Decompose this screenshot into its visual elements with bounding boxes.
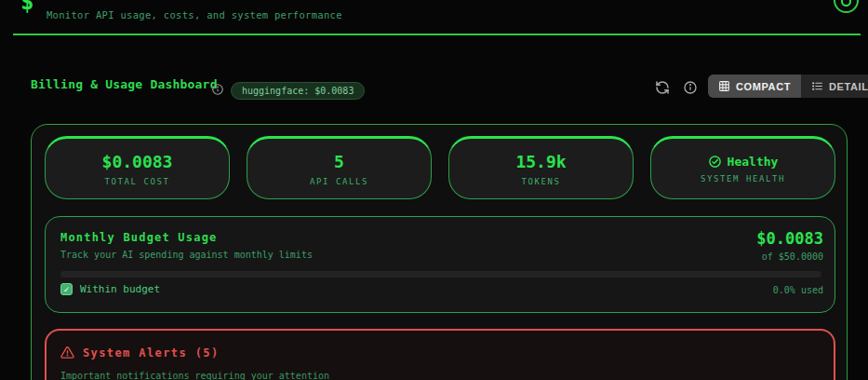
stat-value: $0.0083 (102, 152, 173, 171)
stats-row: $0.0083 TOTAL COST 5 API CALLS 15.9k TOK… (45, 136, 835, 199)
stat-card-tokens: 15.9k TOKENS (448, 136, 634, 199)
budget-description: Track your AI spending against monthly l… (60, 250, 313, 260)
stat-value: 5 (334, 152, 344, 171)
title-info-icon[interactable] (211, 83, 224, 96)
detailed-view-label: DETAILED (829, 81, 868, 92)
within-budget-checkbox[interactable]: ✓ (60, 283, 73, 295)
header-status-button[interactable] (834, 0, 859, 13)
detailed-view-button[interactable]: DETAILED (801, 75, 868, 98)
within-budget-label: Within budget (80, 283, 160, 295)
provider-cost-badge: huggingface: $0.0083 (231, 82, 365, 100)
stat-label: API CALLS (310, 177, 368, 186)
budget-limit: of $50.0000 (762, 251, 823, 262)
budget-percent-used: 0.0% used (773, 285, 823, 295)
page-title: Billing & Usage Dashboard (31, 77, 218, 91)
header-subtitle: Monitor API usage, costs, and system per… (47, 9, 342, 20)
compact-view-button[interactable]: COMPACT (708, 75, 801, 98)
check-circle-icon (708, 155, 722, 169)
compact-view-label: COMPACT (736, 81, 791, 92)
stat-card-system-health: Healthy SYSTEM HEALTH (650, 136, 835, 199)
status-ring-icon (841, 0, 851, 7)
stat-card-total-cost: $0.0083 TOTAL COST (45, 136, 230, 199)
monthly-budget-card: Monthly Budget Usage Track your AI spend… (45, 216, 835, 313)
toolbar-info-icon[interactable] (683, 80, 698, 95)
stat-label: TOTAL COST (104, 177, 169, 186)
grid-icon (718, 80, 730, 92)
dashboard-panel: $0.0083 TOTAL COST 5 API CALLS 15.9k TOK… (31, 124, 848, 380)
list-icon (811, 80, 823, 92)
header-divider (13, 34, 861, 35)
system-alerts-card: System Alerts (5) Important notification… (45, 329, 835, 380)
budget-title: Monthly Budget Usage (60, 231, 218, 244)
view-mode-toggle: COMPACT DETAILED (708, 75, 868, 98)
stat-value: 15.9k (515, 152, 566, 171)
app-logo-dollar-icon: $ (20, 0, 33, 15)
alerts-title: System Alerts (5) (83, 346, 220, 360)
stat-label: SYSTEM HEALTH (701, 174, 785, 183)
stat-card-api-calls: 5 API CALLS (247, 136, 432, 199)
budget-amount: $0.0083 (756, 229, 823, 248)
alerts-description: Important notifications requiring your a… (60, 371, 329, 380)
stat-label: TOKENS (521, 177, 560, 186)
budget-status-row: ✓ Within budget (60, 283, 160, 295)
refresh-icon[interactable] (655, 80, 670, 95)
warning-triangle-icon (60, 346, 74, 360)
budget-progress-bar (60, 271, 821, 278)
stat-value: Healthy (728, 155, 779, 169)
